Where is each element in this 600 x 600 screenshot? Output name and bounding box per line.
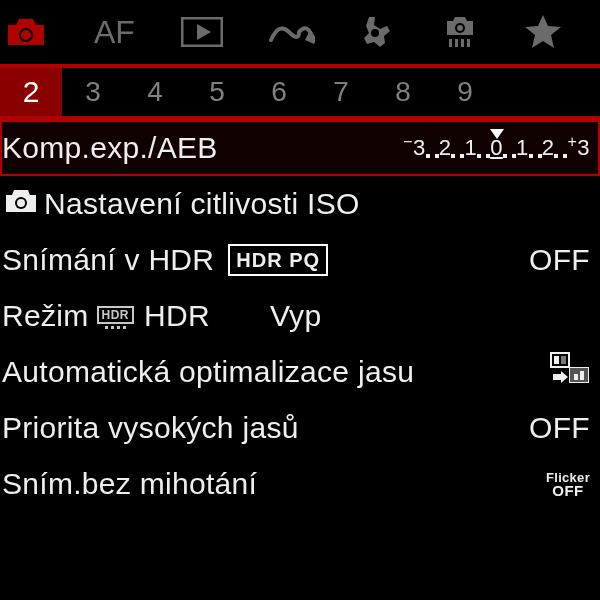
alo-icon xyxy=(550,352,590,393)
svg-point-11 xyxy=(17,199,25,207)
camera-menu-screen: { "topTabs":["shoot","af","play","networ… xyxy=(0,0,600,600)
row-exposure-comp-aeb[interactable]: Komp.exp./AEB − 3 2 1 0 1 2 + 3 xyxy=(0,120,600,176)
tab-af[interactable]: AF xyxy=(94,0,135,64)
row-value: OFF xyxy=(529,411,590,445)
camera-icon xyxy=(4,187,38,221)
row-label: Režim HDR HDR xyxy=(2,299,210,333)
page-8[interactable]: 8 xyxy=(372,68,434,116)
menu-rows: Komp.exp./AEB − 3 2 1 0 1 2 + 3 xyxy=(0,120,600,512)
aeb-pointer-icon xyxy=(490,129,504,139)
svg-rect-12 xyxy=(551,353,569,367)
page-2[interactable]: 2 xyxy=(0,68,62,116)
page-9[interactable]: 9 xyxy=(434,68,496,116)
tab-setup[interactable] xyxy=(361,0,395,64)
row-hdr-pq[interactable]: Snímání v HDR HDR PQ OFF xyxy=(0,232,600,288)
page-4[interactable]: 4 xyxy=(124,68,186,116)
row-label: Nastavení citlivosti ISO xyxy=(44,187,360,221)
tab-network[interactable] xyxy=(269,0,315,64)
svg-rect-9 xyxy=(467,39,470,47)
svg-rect-14 xyxy=(561,356,566,364)
tab-shoot[interactable] xyxy=(4,0,48,64)
row-hdr-mode[interactable]: Režim HDR HDR Vyp xyxy=(0,288,600,344)
svg-point-1 xyxy=(21,30,31,40)
svg-rect-18 xyxy=(580,371,584,380)
page-5[interactable]: 5 xyxy=(186,68,248,116)
svg-rect-7 xyxy=(455,39,458,47)
row-highlight-tone-priority[interactable]: Priorita vysokých jasů OFF xyxy=(0,400,600,456)
svg-point-5 xyxy=(457,25,463,31)
page-6[interactable]: 6 xyxy=(248,68,310,116)
hdr-pq-badge: HDR PQ xyxy=(228,244,328,276)
row-antiflicker[interactable]: Sním.bez mihotání Flicker OFF xyxy=(0,456,600,512)
row-label: Automatická optimalizace jasu xyxy=(2,355,414,389)
row-label: Snímání v HDR HDR PQ xyxy=(2,243,328,277)
top-tab-bar: AF xyxy=(0,0,600,64)
hdr-box-icon: HDR xyxy=(97,306,135,329)
row-auto-lighting-optimizer[interactable]: Automatická optimalizace jasu xyxy=(0,344,600,400)
tab-playback[interactable] xyxy=(181,0,223,64)
tab-custom[interactable] xyxy=(441,0,479,64)
page-3[interactable]: 3 xyxy=(62,68,124,116)
svg-rect-6 xyxy=(449,39,452,47)
row-value: Vyp xyxy=(270,299,321,333)
tab-mymenu[interactable] xyxy=(525,0,561,64)
svg-rect-16 xyxy=(570,368,588,382)
svg-rect-17 xyxy=(574,374,578,380)
page-7[interactable]: 7 xyxy=(310,68,372,116)
aeb-scale: − 3 2 1 0 1 2 + 3 xyxy=(403,137,590,159)
svg-point-3 xyxy=(371,29,379,37)
svg-rect-8 xyxy=(461,39,464,47)
svg-rect-13 xyxy=(554,356,559,364)
row-label: Komp.exp./AEB xyxy=(2,131,218,165)
row-value: OFF xyxy=(529,243,590,277)
page-number-bar: 2 3 4 5 6 7 8 9 xyxy=(0,68,600,116)
row-iso-settings[interactable]: Nastavení citlivosti ISO xyxy=(0,176,600,232)
flicker-badge: Flicker OFF xyxy=(546,471,590,497)
row-label: Sním.bez mihotání xyxy=(2,467,257,501)
row-label: Priorita vysokých jasů xyxy=(2,411,299,445)
